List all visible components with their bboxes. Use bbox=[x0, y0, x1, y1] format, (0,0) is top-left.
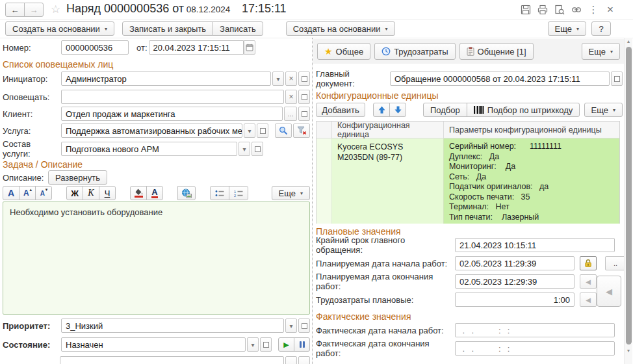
priority-dropdown-button[interactable]: ▾ bbox=[285, 318, 297, 333]
planned-start-extra-button[interactable]: .. bbox=[605, 256, 624, 270]
pause-icon bbox=[303, 341, 305, 348]
copy-planned-end-button[interactable]: ◀ bbox=[580, 274, 597, 289]
planned-start-input[interactable]: 02.05.2023 11:29:39 bbox=[455, 256, 575, 270]
priority-open-button[interactable] bbox=[298, 318, 310, 333]
more-menu-icon[interactable]: ⋮ bbox=[588, 4, 599, 16]
more-button[interactable]: Еще▾ bbox=[548, 21, 586, 36]
numbered-list-button[interactable]: 12 bbox=[229, 186, 248, 200]
favorite-star-icon[interactable]: ☆ bbox=[51, 3, 60, 16]
font-increase-button[interactable]: А▴ bbox=[19, 186, 36, 200]
up-caret-icon: ▴ bbox=[30, 187, 32, 192]
service-part-open-button[interactable] bbox=[252, 142, 263, 156]
service-dropdown-button[interactable]: ▾ bbox=[244, 124, 255, 138]
initiator-open-button[interactable] bbox=[298, 72, 310, 86]
main-doc-input[interactable]: Обращение 0000000568 от 20.04.2023 17:15… bbox=[390, 72, 610, 86]
back-button[interactable]: ← bbox=[5, 3, 25, 17]
move-up-button[interactable] bbox=[373, 103, 390, 117]
date-input[interactable]: 20.04.2023 17:15:11 bbox=[149, 40, 244, 55]
state-open-button[interactable] bbox=[260, 337, 272, 352]
planned-labor-input[interactable]: 1:00 bbox=[455, 292, 575, 307]
fill-color-button[interactable] bbox=[130, 186, 147, 200]
clear-icon: × bbox=[289, 92, 293, 101]
open-icon bbox=[255, 146, 261, 152]
service-input[interactable]: Поддержка автоматизированных рабочих мес… bbox=[61, 124, 242, 138]
actual-end-input[interactable]: . . : : bbox=[455, 341, 615, 356]
save-icon[interactable] bbox=[520, 4, 532, 16]
description-textarea[interactable]: Необходимо установить оборудование bbox=[3, 202, 310, 315]
save-button[interactable]: Записать bbox=[213, 21, 263, 36]
service-clear-filter-button[interactable] bbox=[293, 124, 310, 138]
ellipsis-icon: ... bbox=[287, 110, 293, 118]
clipped-input[interactable] bbox=[60, 356, 284, 364]
pick-button[interactable]: Подбор bbox=[423, 103, 467, 117]
initiator-input[interactable]: Администратор bbox=[61, 72, 271, 86]
pick-barcode-button[interactable]: Подбор по штрихкоду bbox=[467, 103, 580, 117]
clipped-dropdown-button[interactable] bbox=[285, 356, 297, 364]
format-more-button[interactable]: Еще▾ bbox=[272, 186, 310, 200]
pause-button[interactable] bbox=[294, 337, 310, 352]
move-down-button[interactable] bbox=[389, 103, 406, 117]
lock-button[interactable] bbox=[580, 256, 597, 270]
initiator-clear-button[interactable]: × bbox=[285, 72, 297, 86]
create-based-on-button[interactable]: Создать на основании▾ bbox=[5, 21, 114, 36]
help-button[interactable]: ? bbox=[591, 21, 611, 36]
panel-splitter[interactable] bbox=[312, 38, 313, 364]
state-dropdown-button[interactable]: ▾ bbox=[247, 337, 259, 352]
tabs-more-button[interactable]: Еще▾ bbox=[582, 43, 620, 60]
italic-button[interactable]: К bbox=[83, 186, 99, 200]
client-input[interactable]: Отдел продаж и маркетинга bbox=[61, 107, 283, 121]
scroll-up-arrow[interactable]: ▴ bbox=[625, 38, 632, 44]
move-group bbox=[373, 103, 406, 117]
font-decrease-button[interactable]: А▾ bbox=[35, 186, 52, 200]
section-actual-header: Фактические значения bbox=[316, 311, 411, 322]
bullet-list-button[interactable] bbox=[210, 186, 229, 200]
client-select-button[interactable]: ... bbox=[284, 107, 297, 121]
service-part-dropdown-button[interactable]: ▾ bbox=[239, 142, 250, 156]
tab-general[interactable]: ★ Общее bbox=[317, 43, 370, 60]
state-label: Состояние: bbox=[3, 340, 60, 350]
notify-input[interactable] bbox=[61, 90, 284, 104]
copy-planned-labor-button[interactable]: ◀ bbox=[580, 292, 597, 307]
service-part-input[interactable]: Подготовка нового АРМ bbox=[61, 142, 237, 156]
number-input[interactable]: 0000000536 bbox=[61, 40, 129, 55]
scroll-down-arrow[interactable]: ▾ bbox=[625, 348, 632, 354]
underline-button[interactable]: Ч bbox=[99, 186, 116, 200]
link-icon[interactable] bbox=[571, 4, 582, 16]
save-and-close-button[interactable]: Записать и закрыть bbox=[122, 21, 213, 36]
tab-communication[interactable]: Общение [1] bbox=[459, 43, 534, 60]
planned-end-input[interactable]: 02.05.2023 12:29:39 bbox=[455, 274, 575, 289]
create-based-on-button-2[interactable]: Создать на основании▾ bbox=[286, 21, 395, 36]
calendar-button[interactable] bbox=[244, 40, 255, 55]
actual-start-input[interactable]: . . : : bbox=[455, 323, 615, 337]
notify-open-button[interactable] bbox=[298, 90, 310, 104]
scrollbar-thumb[interactable] bbox=[626, 47, 632, 344]
state-input[interactable]: Назначен bbox=[61, 337, 246, 352]
clipped-open-button[interactable] bbox=[298, 356, 310, 364]
client-open-button[interactable] bbox=[298, 107, 310, 121]
text-color-button[interactable]: А bbox=[146, 186, 163, 200]
expand-button[interactable]: Развернуть bbox=[48, 170, 107, 185]
start-button[interactable]: ▶ bbox=[278, 337, 294, 352]
main-doc-open-button[interactable] bbox=[611, 72, 623, 86]
initiator-dropdown-button[interactable]: ▾ bbox=[272, 72, 284, 86]
forward-button[interactable]: → bbox=[24, 3, 44, 17]
copy-planned-dates-button[interactable]: ◀ bbox=[597, 276, 621, 307]
priority-input[interactable]: 3_Низкий bbox=[61, 318, 284, 333]
notify-clear-button[interactable]: × bbox=[285, 90, 297, 104]
chevron-down-icon: ▾ bbox=[300, 190, 303, 196]
preview-icon[interactable] bbox=[554, 4, 565, 16]
insert-image-button[interactable] bbox=[177, 186, 196, 200]
deadline-input[interactable]: 21.04.2023 10:15:11 bbox=[455, 238, 615, 252]
description-row: Описание: Развернуть bbox=[3, 170, 310, 185]
font-button[interactable]: А bbox=[3, 186, 19, 200]
config-more-button[interactable]: Еще▾ bbox=[584, 103, 623, 117]
service-search-button[interactable] bbox=[275, 124, 292, 138]
service-open-button[interactable] bbox=[257, 124, 268, 138]
table-row[interactable]: Kyocera ECOSYS M2035DN (89-77) Серийный … bbox=[316, 138, 619, 224]
bold-button[interactable]: Ж bbox=[66, 186, 83, 200]
add-button[interactable]: Добавить bbox=[316, 103, 365, 117]
chevron-down-icon: ▾ bbox=[276, 75, 279, 83]
close-icon[interactable]: × bbox=[604, 4, 616, 16]
tab-labor[interactable]: Трудозатраты bbox=[374, 43, 455, 60]
print-icon[interactable] bbox=[537, 4, 549, 16]
